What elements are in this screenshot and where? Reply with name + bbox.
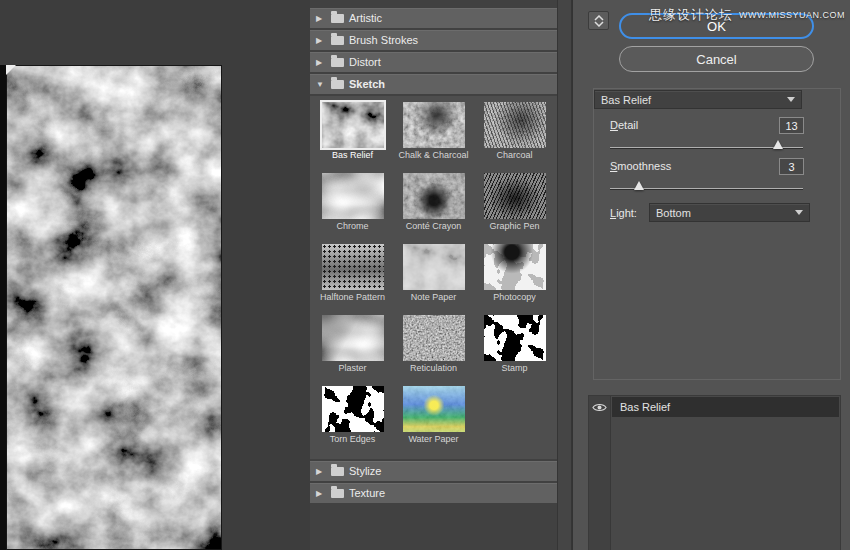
filter-thumbnail-reticulation[interactable]: Reticulation — [393, 315, 474, 386]
filter-thumbnail-label: Chalk & Charcoal — [398, 151, 468, 161]
folder-icon — [331, 58, 344, 67]
filter-thumbnail-label: Torn Edges — [330, 435, 376, 445]
sketch-thumbnails-grid: Bas ReliefChalk & CharcoalCharcoalChrome… — [310, 96, 557, 459]
filter-thumbnail-label: Stamp — [501, 364, 527, 374]
filter-thumbnail-stamp[interactable]: Stamp — [474, 315, 555, 386]
settings-panel: OK Cancel Bas Relief Detail 13 Smoothnes… — [572, 0, 850, 550]
category-sketch[interactable]: ▼Sketch — [310, 74, 557, 94]
smoothness-slider-thumb[interactable] — [634, 181, 644, 190]
thumbnail-overlay-layer — [403, 173, 465, 219]
filter-thumbnail-torn-edges[interactable]: Torn Edges — [312, 386, 393, 457]
detail-value[interactable]: 13 — [779, 117, 804, 134]
filter-thumbnail-charcoal[interactable]: Charcoal — [474, 102, 555, 173]
chevron-right-icon: ▶ — [316, 467, 326, 476]
category-brush-strokes[interactable]: ▶Brush Strokes — [310, 30, 557, 50]
filter-thumbnail-graphic-pen[interactable]: Graphic Pen — [474, 173, 555, 244]
watermark: 思缘设计论坛 WWW.MISSYUAN.COM — [649, 6, 845, 24]
thumbnail-overlay-layer — [403, 386, 465, 432]
filter-thumbnail-image — [322, 244, 384, 290]
collapse-thumbnails-button[interactable] — [588, 11, 609, 30]
chevron-right-icon: ▶ — [316, 58, 326, 67]
light-select-value: Bottom — [656, 207, 795, 219]
filter-thumbnail-label: Water Paper — [408, 435, 458, 445]
chevron-right-icon: ▶ — [316, 14, 326, 23]
thumbnail-overlay-layer — [403, 315, 465, 361]
category-label: Sketch — [349, 78, 385, 90]
category-artistic[interactable]: ▶Artistic — [310, 8, 557, 28]
chevron-down-icon — [795, 210, 803, 215]
filter-thumbnail-label: Plaster — [338, 364, 366, 374]
category-label: Texture — [349, 487, 385, 499]
folder-icon — [331, 80, 344, 89]
smoothness-value[interactable]: 3 — [779, 158, 804, 175]
category-label: Stylize — [349, 465, 381, 477]
category-label: Artistic — [349, 12, 382, 24]
filter-gallery-dialog: ▶Artistic▶Brush Strokes▶Distort▼Sketch B… — [0, 0, 850, 550]
thumbnail-overlay-layer — [403, 102, 465, 148]
preview-corner-handle — [6, 65, 16, 75]
cancel-button[interactable]: Cancel — [619, 46, 814, 72]
filter-thumbnail-image — [484, 173, 546, 219]
filter-thumbnail-image — [484, 102, 546, 148]
preview-image — [7, 66, 221, 549]
thumbnail-overlay-layer — [322, 102, 384, 148]
filter-thumbnail-label: Note Paper — [411, 293, 457, 303]
visibility-column — [589, 396, 611, 550]
filter-thumbnail-chalk-charcoal[interactable]: Chalk & Charcoal — [393, 102, 474, 173]
filter-thumbnail-image — [484, 315, 546, 361]
chevron-right-icon: ▶ — [316, 489, 326, 498]
filter-thumbnail-cont-crayon[interactable]: Conté Crayon — [393, 173, 474, 244]
double-chevron-icon — [593, 15, 605, 27]
filter-thumbnail-label: Charcoal — [496, 151, 532, 161]
effect-layer-row[interactable]: Bas Relief — [612, 397, 839, 417]
thumbnail-overlay-layer — [484, 244, 546, 290]
thumbnail-overlay-layer — [403, 244, 465, 290]
filter-thumbnail-image — [322, 173, 384, 219]
filter-thumbnail-plaster[interactable]: Plaster — [312, 315, 393, 386]
smoothness-label: Smoothness — [610, 160, 671, 172]
category-stylize[interactable]: ▶Stylize — [310, 461, 557, 481]
filter-thumbnail-label: Reticulation — [410, 364, 457, 374]
folder-icon — [331, 489, 344, 498]
filter-list-scrollbar[interactable] — [557, 0, 572, 550]
filter-thumbnail-label: Graphic Pen — [489, 222, 539, 232]
filter-thumbnail-image — [403, 386, 465, 432]
filter-thumbnail-note-paper[interactable]: Note Paper — [393, 244, 474, 315]
chevron-down-icon — [787, 97, 795, 102]
watermark-url-text: WWW.MISSYUAN.COM — [739, 10, 845, 20]
chevron-right-icon: ▶ — [316, 36, 326, 45]
filter-thumbnail-halftone-pattern[interactable]: Halftone Pattern — [312, 244, 393, 315]
folder-icon — [331, 36, 344, 45]
detail-label: Detail — [610, 119, 638, 131]
filter-thumbnail-image — [403, 173, 465, 219]
light-label: Light: — [610, 207, 637, 219]
filter-thumbnail-water-paper[interactable]: Water Paper — [393, 386, 474, 457]
filter-thumbnail-chrome[interactable]: Chrome — [312, 173, 393, 244]
filter-select-value: Bas Relief — [601, 94, 787, 106]
light-select[interactable]: Bottom — [649, 203, 810, 222]
filter-category-list: ▶Artistic▶Brush Strokes▶Distort▼Sketch B… — [310, 0, 557, 550]
filter-thumbnail-bas-relief[interactable]: Bas Relief — [312, 102, 393, 173]
thumbnail-overlay-layer — [484, 173, 546, 219]
filter-thumbnail-image — [322, 315, 384, 361]
filter-select[interactable]: Bas Relief — [594, 90, 802, 109]
effect-layers-panel: Bas Relief — [588, 395, 841, 550]
filter-thumbnail-image — [403, 244, 465, 290]
detail-slider-thumb[interactable] — [773, 140, 783, 149]
category-texture[interactable]: ▶Texture — [310, 483, 557, 503]
layer-visibility-toggle[interactable] — [589, 397, 610, 417]
thumbnail-overlay-layer — [322, 244, 384, 290]
eye-icon — [592, 402, 607, 413]
filter-thumbnail-label: Chrome — [336, 222, 368, 232]
filter-thumbnail-label: Bas Relief — [332, 151, 373, 161]
filter-thumbnail-image — [484, 244, 546, 290]
filter-thumbnail-image — [403, 315, 465, 361]
chevron-down-icon: ▼ — [316, 80, 326, 89]
folder-icon — [331, 467, 344, 476]
filter-preview[interactable] — [6, 65, 222, 550]
effect-rows: Bas Relief — [611, 396, 840, 550]
filter-thumbnail-photocopy[interactable]: Photocopy — [474, 244, 555, 315]
filter-thumbnail-label: Conté Crayon — [406, 222, 462, 232]
category-distort[interactable]: ▶Distort — [310, 52, 557, 72]
thumbnail-overlay-layer — [484, 315, 546, 361]
